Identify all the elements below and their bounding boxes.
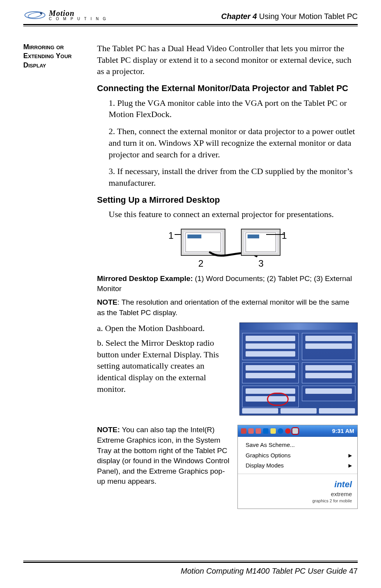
step-2: 2. Then, connect the external monitor or…	[109, 126, 358, 160]
tray-icon	[256, 428, 261, 434]
heading-mirrored: Setting Up a Mirrored Desktop	[97, 194, 358, 206]
diagram-label-2: 2	[198, 257, 203, 270]
footer-rule-thick	[23, 562, 358, 563]
main-column: The Tablet PC has a Dual Head Video Cont…	[97, 43, 358, 509]
popup-menu: Save As Scheme... Graphics Options ▶ Dis…	[238, 437, 357, 474]
intel-brand: intel	[334, 479, 352, 490]
diagram-line-icon	[266, 234, 284, 235]
menu-item-graphics-options: Graphics Options ▶	[238, 450, 357, 460]
note-intel-graphics: NOTE: You can also tap the Intel(R) Extr…	[97, 425, 230, 487]
tray-icon	[248, 428, 254, 434]
note2-bold: NOTE:	[97, 426, 120, 434]
diagram-label-1-left: 1	[168, 229, 173, 242]
system-tray-row: NOTE: You can also tap the Intel(R) Extr…	[97, 425, 358, 509]
step-b: b. Select the Mirror Desktop radio butto…	[97, 337, 232, 395]
section-sidebar-heading: Mirroring or Extending Your Display	[23, 43, 89, 509]
submenu-arrow-icon: ▶	[348, 462, 352, 469]
menu-label: Save As Scheme...	[246, 441, 295, 449]
mirror-intro: Use this feature to connect an external …	[109, 209, 358, 220]
header-rule-thick	[23, 24, 358, 25]
content-area: Mirroring or Extending Your Display The …	[23, 43, 358, 509]
footer-title: Motion Computing M1400 Tablet PC User Gu…	[181, 567, 349, 575]
connecting-steps: 1. Plug the VGA monitor cable into the V…	[97, 97, 358, 189]
intel-graphics-sub: graphics 2 for mobile	[243, 498, 352, 504]
step-3: 3. If necessary, install the driver from…	[109, 166, 358, 188]
svg-point-2	[40, 12, 42, 14]
logo-brand-text: Motion	[49, 9, 107, 17]
svg-point-1	[28, 11, 42, 19]
footer-text: Motion Computing M1400 Tablet PC User Gu…	[23, 567, 358, 576]
page-header: Motion C O M P U T I N G Chapter 4 Using…	[23, 9, 358, 23]
motion-dashboard-screenshot	[239, 322, 358, 416]
chapter-name: Using Your Motion Tablet PC	[257, 12, 358, 21]
step-1: 1. Plug the VGA monitor cable into the V…	[109, 97, 358, 120]
menu-item-save-scheme: Save As Scheme...	[238, 440, 357, 450]
note-resolution: NOTE: The resolution and orientation of …	[97, 297, 358, 318]
taskbar: 9:31 AM	[238, 425, 357, 437]
intel-logo-area: intel extreme graphics 2 for mobile	[238, 474, 357, 509]
tray-icon	[241, 428, 246, 434]
menu-label: Display Modes	[246, 462, 284, 469]
dashboard-footer-buttons	[242, 408, 355, 414]
tray-icon	[270, 428, 276, 434]
note1-bold: NOTE	[97, 298, 118, 306]
red-highlight-circle-icon	[267, 393, 289, 406]
menu-item-display-modes: Display Modes ▶	[238, 460, 357, 471]
page-number: 47	[349, 567, 358, 575]
logo-swirl-icon	[23, 10, 47, 20]
footer-rule-thin	[23, 560, 358, 561]
heading-connecting: Connecting the External Monitor/Data Pro…	[97, 83, 358, 94]
logo-subtext: C O M P U T I N G	[49, 17, 107, 21]
dashboard-row: a. Open the Motion Dashboard. b. Select …	[97, 322, 358, 416]
diagram-label-3: 3	[258, 257, 263, 270]
intel-graphics-tray-icon	[293, 428, 298, 434]
caption-bold: Mirrored Desktop Example:	[97, 274, 193, 283]
tray-icons-group	[241, 428, 298, 434]
chapter-title: Chapter 4 Using Your Motion Tablet PC	[221, 12, 358, 21]
submenu-arrow-icon: ▶	[348, 452, 352, 459]
intel-extreme-text: extreme	[243, 490, 352, 498]
page-footer: Motion Computing M1400 Tablet PC User Gu…	[23, 560, 358, 576]
diagram-caption: Mirrored Desktop Example: (1) Word Docum…	[97, 274, 358, 293]
chapter-prefix: Chapter 4	[221, 12, 257, 21]
tray-icon	[285, 428, 291, 434]
external-monitor-icon	[241, 229, 281, 256]
tray-icon	[278, 428, 283, 434]
header-rule-thin	[23, 26, 358, 26]
step-a: a. Open the Motion Dashboard.	[97, 322, 232, 334]
window-titlebar-icon	[240, 323, 357, 330]
note1-rest: : The resolution and orientation of the …	[97, 298, 349, 317]
mirrored-diagram: 1 1 2 3	[97, 226, 358, 269]
intro-paragraph: The Tablet PC has a Dual Head Video Cont…	[97, 43, 358, 77]
tray-clock: 9:31 AM	[332, 427, 354, 435]
tray-icon	[263, 428, 268, 434]
diagram-label-1-right: 1	[282, 229, 287, 242]
menu-label: Graphics Options	[246, 452, 291, 459]
system-tray-screenshot: 9:31 AM Save As Scheme... Graphics Optio…	[237, 425, 358, 509]
brand-logo: Motion C O M P U T I N G	[23, 9, 107, 21]
note2-rest: You can also tap the Intel(R) Extreme Gr…	[97, 426, 229, 485]
